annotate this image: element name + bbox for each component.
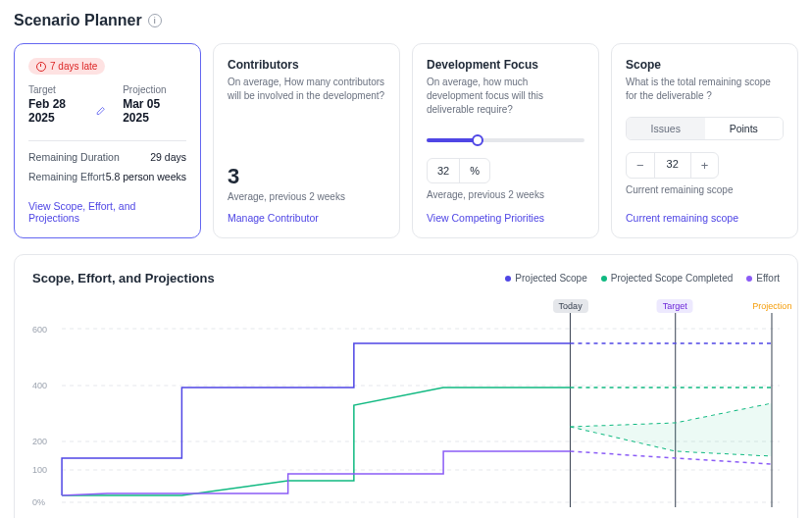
chart-area: 600 400 200 100 0% Today Target Projecti… [32, 299, 780, 515]
y-tick: 400 [32, 381, 47, 390]
slider-handle-icon[interactable] [472, 134, 483, 146]
y-tick: 600 [32, 325, 47, 335]
legend-scope: Projected Scope [515, 273, 586, 284]
scope-title: Scope [626, 58, 784, 72]
dev-focus-input[interactable]: 32 % [427, 158, 490, 183]
chart-legend: Projected Scope Projected Scope Complete… [505, 273, 780, 284]
chart-svg [32, 299, 780, 515]
info-icon[interactable]: i [148, 14, 162, 27]
scope-stepper[interactable]: − 32 + [626, 152, 719, 179]
remaining-duration-value: 29 days [150, 151, 186, 163]
edit-icon[interactable] [96, 106, 106, 116]
contributors-sub: Average, previous 2 weeks [228, 191, 385, 202]
stepper-minus-icon[interactable]: − [627, 153, 655, 178]
dev-focus-unit: % [460, 159, 489, 182]
marker-target: Target [657, 299, 693, 313]
dev-focus-title: Development Focus [427, 58, 584, 72]
toggle-points[interactable]: Points [705, 118, 784, 139]
scope-toggle[interactable]: Issues Points [626, 117, 784, 140]
marker-today: Today [553, 299, 588, 313]
competing-priorities-link[interactable]: View Competing Priorities [427, 202, 584, 224]
contributors-title: Contributors [228, 58, 385, 72]
legend-effort: Effort [756, 273, 780, 284]
scope-card: Scope What is the total remaining scope … [611, 43, 798, 238]
chart-panel: Scope, Effort, and Projections Projected… [14, 254, 798, 518]
remaining-effort-value: 5.8 person weeks [106, 171, 186, 182]
status-badge-text: 7 days late [50, 61, 97, 72]
target-projection-card: 7 days late Target Feb 28 2025 Projectio… [14, 43, 201, 238]
page-title: Scenario Planner [14, 12, 142, 29]
remaining-duration-label: Remaining Duration [28, 151, 120, 163]
contributors-value: 3 [228, 164, 385, 189]
scope-value[interactable]: 32 [655, 153, 691, 178]
dev-focus-card: Development Focus On average, how much d… [412, 43, 599, 238]
contributors-desc: On average, How many contributors will b… [228, 76, 385, 103]
toggle-issues[interactable]: Issues [627, 118, 705, 139]
target-date: Feb 28 2025 [28, 97, 92, 125]
y-tick: 100 [32, 465, 47, 475]
chart-title: Scope, Effort, and Projections [32, 271, 215, 285]
current-scope-link[interactable]: Current remaining scope [626, 202, 784, 224]
marker-projection: Projection [746, 299, 797, 313]
projection-date: Mar 05 2025 [123, 97, 186, 125]
y-tick: 0% [32, 497, 45, 507]
target-label: Target [28, 84, 105, 95]
manage-contributor-link[interactable]: Manage Contributor [228, 202, 385, 224]
status-badge: 7 days late [28, 58, 105, 75]
scope-sub: Current remaining scope [626, 184, 784, 195]
stepper-plus-icon[interactable]: + [691, 153, 719, 178]
dev-focus-value[interactable]: 32 [428, 159, 460, 182]
projection-label: Projection [123, 84, 186, 95]
clock-icon [36, 62, 46, 72]
contributors-card: Contributors On average, How many contri… [213, 43, 400, 238]
dev-focus-desc: On average, how much development focus w… [427, 76, 584, 117]
scope-desc: What is the total remaining scope for th… [626, 76, 784, 103]
view-scope-link[interactable]: View Scope, Effort, and Projections [28, 190, 186, 224]
y-tick: 200 [32, 437, 47, 446]
remaining-effort-label: Remaining Effort [28, 171, 105, 182]
legend-completed: Projected Scope Completed [611, 273, 734, 284]
dev-focus-slider[interactable] [427, 138, 584, 142]
dev-focus-sub: Average, previous 2 weeks [427, 189, 584, 200]
